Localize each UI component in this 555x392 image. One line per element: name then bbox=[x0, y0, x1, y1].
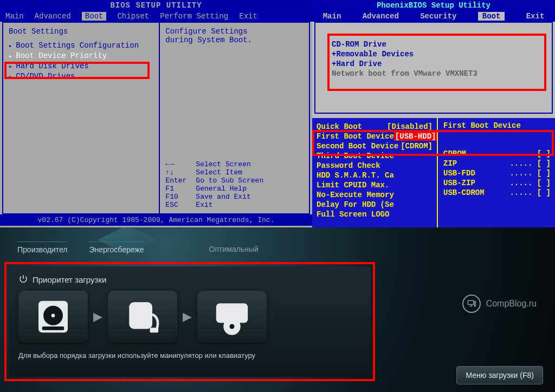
award-bios-window: Quick Boot[Disabled] First Boot Device[U… bbox=[312, 118, 555, 227]
chevron-right-icon: ▶ bbox=[183, 310, 192, 324]
phoenix-menubar[interactable]: Main Advanced Security Boot Exit bbox=[312, 11, 555, 22]
phoenix-menu-boot[interactable]: Boot bbox=[478, 12, 505, 21]
ami-key-legend: ←→Select Screen ↑↓Select Item EnterGo to… bbox=[165, 160, 304, 209]
award-option-header: First Boot Device bbox=[443, 121, 551, 130]
ami-menubar[interactable]: Main Advanced Boot Chipset Perform Setti… bbox=[0, 11, 312, 22]
ami-bios-window: BIOS SETUP UTILITY Main Advanced Boot Ch… bbox=[0, 0, 312, 227]
svg-rect-9 bbox=[468, 300, 474, 305]
ami-help-line: Configure Settings bbox=[165, 27, 304, 36]
phoenix-title: PhoenixBIOS Setup Utility bbox=[312, 0, 555, 11]
ami-item-boot-settings-config[interactable]: Boot Settings Configuration bbox=[9, 41, 153, 50]
uefi-boot-priority-panel: Приоритет загрузки ▶ ▶ Для выбора порядк… bbox=[9, 266, 371, 377]
svg-rect-3 bbox=[42, 326, 64, 330]
award-option[interactable]: USB-ZIP..... [ ] bbox=[443, 179, 551, 187]
phoenix-menu-advanced[interactable]: Advanced bbox=[363, 12, 399, 21]
ami-item-hard-disk-drives[interactable]: Hard Disk Drives bbox=[9, 62, 153, 70]
uefi-bios-window: Производител Энергосбереже Оптимальный П… bbox=[0, 227, 555, 392]
boot-device-hdd[interactable] bbox=[18, 291, 88, 343]
ami-menu-boot[interactable]: Boot bbox=[82, 12, 107, 21]
uefi-tab-manufacturer[interactable]: Производител bbox=[17, 241, 67, 254]
award-row[interactable]: Limit CPUID Max. bbox=[317, 181, 433, 190]
monitor-icon bbox=[462, 295, 481, 313]
phoenix-bios-window: PhoenixBIOS Setup Utility Main Advanced … bbox=[312, 0, 555, 118]
ami-menu-main[interactable]: Main bbox=[5, 12, 24, 21]
ami-menu-advanced[interactable]: Advanced bbox=[35, 12, 71, 21]
external-drive-icon bbox=[123, 297, 162, 336]
ami-item-cd-dvd-drives[interactable]: CD/DVD Drives bbox=[9, 72, 153, 81]
phoenix-boot-item[interactable]: CD-ROM Drive bbox=[332, 40, 535, 49]
uefi-tab-energy-save[interactable]: Энергосбереже bbox=[89, 241, 144, 254]
award-option[interactable]: USB-CDROM..... [ ] bbox=[443, 188, 551, 197]
watermark: CompBlog.ru bbox=[462, 295, 537, 313]
award-row-second-boot[interactable]: Second Boot Device[CDROM] bbox=[317, 142, 433, 151]
boot-menu-button[interactable]: Меню загрузки (F8) bbox=[456, 366, 543, 384]
svg-point-8 bbox=[230, 324, 235, 329]
ami-section-header: Boot Settings bbox=[9, 27, 153, 36]
ami-menu-exit[interactable]: Exit bbox=[239, 12, 257, 21]
award-row[interactable]: Delay For HDD (Se bbox=[317, 200, 433, 209]
optical-drive-icon bbox=[212, 297, 251, 336]
ami-menu-chipset[interactable]: Chipset bbox=[117, 12, 149, 21]
award-row[interactable]: HDD S.M.A.R.T. Ca bbox=[317, 171, 433, 180]
award-row[interactable]: Full Screen LOGO bbox=[317, 210, 433, 219]
svg-rect-10 bbox=[474, 302, 475, 306]
award-right-pane: First Boot Device CDROM..... [ ] ZIP....… bbox=[439, 118, 555, 227]
award-row-third-boot[interactable]: Third Boot Device bbox=[317, 152, 433, 160]
boot-device-optical[interactable] bbox=[197, 291, 267, 343]
award-option[interactable]: ZIP..... [ ] bbox=[443, 159, 551, 168]
phoenix-boot-item[interactable]: +Removable Devices bbox=[332, 50, 535, 58]
watermark-text: CompBlog.ru bbox=[486, 299, 537, 309]
award-row[interactable]: Password Check bbox=[317, 161, 433, 170]
ami-footer: v02.67 (C)Copyright 1985-2009, American … bbox=[0, 214, 312, 226]
award-row-first-boot[interactable]: First Boot Device[USB-HDD] bbox=[317, 132, 433, 141]
phoenix-boot-list: CD-ROM Drive +Removable Devices +Hard Dr… bbox=[314, 22, 553, 114]
award-left-pane: Quick Boot[Disabled] First Boot Device[U… bbox=[312, 118, 438, 227]
uefi-hint-text: Для выбора порядка загрузки используйте … bbox=[18, 351, 361, 360]
phoenix-menu-main[interactable]: Main bbox=[323, 12, 341, 21]
uefi-profile-tabs[interactable]: Производител Энергосбереже Оптимальный bbox=[17, 241, 259, 254]
ami-help-line: during System Boot. bbox=[165, 36, 304, 44]
ami-menu-perform[interactable]: Perform Setting bbox=[160, 12, 228, 21]
award-option[interactable]: CDROM..... [ ] bbox=[443, 149, 551, 158]
svg-rect-4 bbox=[129, 302, 152, 329]
phoenix-menu-security[interactable]: Security bbox=[420, 12, 456, 21]
hdd-icon bbox=[34, 297, 73, 336]
award-row[interactable]: Quick Boot[Disabled] bbox=[317, 122, 433, 131]
award-option[interactable]: USB-FDD..... [ ] bbox=[443, 169, 551, 178]
chevron-right-icon: ▶ bbox=[93, 310, 102, 324]
award-row[interactable]: No-Execute Memory bbox=[317, 191, 433, 199]
svg-point-2 bbox=[51, 313, 55, 317]
phoenix-boot-item[interactable]: Network boot from VMware VMXNET3 bbox=[332, 69, 535, 78]
phoenix-boot-item[interactable]: +Hard Drive bbox=[332, 60, 535, 68]
uefi-panel-heading: Приоритет загрузки bbox=[33, 275, 106, 284]
ami-item-boot-device-priority[interactable]: Boot Device Priority bbox=[9, 51, 153, 60]
ami-help-pane: Configure Settings during System Boot. ←… bbox=[160, 23, 309, 213]
power-icon bbox=[18, 274, 28, 285]
ami-title: BIOS SETUP UTILITY bbox=[0, 0, 312, 11]
boot-device-external[interactable] bbox=[108, 291, 177, 343]
uefi-tab-optimal[interactable]: Оптимальный bbox=[209, 241, 259, 254]
phoenix-menu-exit[interactable]: Exit bbox=[526, 12, 545, 21]
svg-rect-5 bbox=[150, 328, 159, 332]
ami-settings-pane: Boot Settings Boot Settings Configuratio… bbox=[3, 23, 160, 213]
